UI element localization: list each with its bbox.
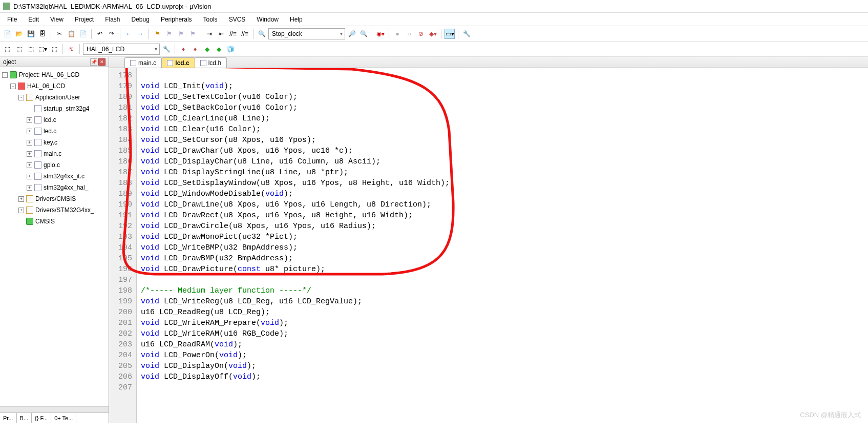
expand-icon[interactable]: + (27, 185, 32, 191)
bookmark-toggle-icon[interactable]: ⚑ (152, 29, 162, 39)
bottom-tab[interactable]: 0+ Te... (51, 413, 76, 423)
find-in-files-icon[interactable]: 🔎 (347, 29, 357, 39)
nav-forward-icon[interactable]: → (135, 29, 145, 39)
bottom-tab[interactable]: B... (17, 413, 32, 423)
standard-toolbar: 📄 📂 💾 🗄 ✂ 📋 📄 ↶ ↷ ← → ⚑ ⚑ ⚑ ⚑ ⇥ ⇤ //≡ //… (0, 26, 868, 42)
download-icon[interactable]: ↯ (66, 44, 76, 54)
menu-window[interactable]: Window (251, 14, 284, 25)
fold-icon (26, 207, 33, 214)
bookmark-prev-icon[interactable]: ⚑ (164, 29, 174, 39)
code-editor[interactable]: 178 179 180 181 182 183 184 185 186 187 … (109, 68, 868, 423)
uncomment-icon[interactable]: //≡ (240, 29, 250, 39)
debug-icon[interactable]: ◉▾ (375, 29, 386, 39)
find-icon[interactable]: 🔍 (257, 29, 267, 39)
tree-item[interactable]: +Drivers/STM32G4xx_ (2, 204, 109, 216)
nav-back-icon[interactable]: ← (123, 29, 134, 39)
menu-peripherals[interactable]: Peripherals (156, 14, 197, 25)
collapse-icon[interactable]: - (18, 95, 24, 100)
paste-icon[interactable]: 📄 (78, 29, 88, 39)
expand-icon[interactable]: + (27, 140, 32, 146)
menu-project[interactable]: Project (70, 14, 99, 25)
file-icon (200, 60, 206, 66)
menu-view[interactable]: View (45, 14, 69, 25)
menu-file[interactable]: File (2, 14, 22, 25)
translate-icon[interactable]: ⬚ (2, 44, 12, 54)
pane-close-icon[interactable]: ✕ (98, 58, 105, 66)
expand-icon[interactable]: + (27, 129, 32, 134)
expand-icon[interactable]: + (27, 162, 32, 168)
expand-icon[interactable]: + (27, 117, 32, 123)
pane-pin-icon[interactable]: 📌 (90, 58, 97, 66)
tree-item[interactable]: CMSIS (2, 216, 109, 227)
manage-rte-icon[interactable]: ◆ (202, 44, 212, 54)
bottom-tab[interactable]: {} F... (32, 413, 51, 423)
redo-icon[interactable]: ↷ (107, 29, 117, 39)
menu-debug[interactable]: Debug (126, 14, 155, 25)
find-combo[interactable]: Stop_clock (268, 28, 345, 39)
menu-tools[interactable]: Tools (198, 14, 223, 25)
rebuild-icon[interactable]: ⬚ (26, 44, 36, 54)
tree-item[interactable]: +Drivers/CMSIS (2, 193, 109, 204)
outdent-icon[interactable]: ⇤ (216, 29, 226, 39)
pack-installer-icon[interactable]: 🧊 (225, 44, 236, 54)
breakpoint-enable-icon[interactable]: ○ (404, 29, 414, 39)
tree-item[interactable]: +key.c (2, 137, 109, 148)
menu-flash[interactable]: Flash (100, 14, 125, 25)
tree-item[interactable]: -Project: HAL_06_LCD (2, 69, 109, 80)
indent-icon[interactable]: ⇥ (204, 29, 215, 39)
stop-build-icon[interactable]: ⬚ (49, 44, 59, 54)
incremental-find-icon[interactable]: 🔍 (358, 29, 369, 39)
tree-item[interactable]: startup_stm32g4 (2, 103, 109, 114)
tree-horizontal-scrollbar[interactable] (0, 406, 109, 413)
collapse-icon[interactable]: - (2, 72, 8, 78)
code-content[interactable]: void LCD_Init(void); void LCD_SetTextCol… (137, 68, 868, 423)
breakpoint-disable-icon[interactable]: ⊘ (416, 29, 426, 39)
batch-build-icon[interactable]: ⬚▾ (37, 44, 48, 54)
menu-edit[interactable]: Edit (23, 14, 44, 25)
tree-item[interactable]: +stm32g4xx_hal_ (2, 182, 109, 193)
target-combo[interactable]: HAL_06_LCD (83, 44, 160, 55)
copy-icon[interactable]: 📋 (66, 29, 76, 39)
bottom-tab[interactable]: Pr... (0, 413, 17, 423)
editor-tab[interactable]: lcd.h (195, 57, 227, 68)
bookmark-next-icon[interactable]: ⚑ (176, 29, 186, 39)
expand-icon[interactable]: + (18, 208, 24, 213)
menu-help[interactable]: Help (285, 14, 308, 25)
tree-item[interactable]: +lcd.c (2, 114, 109, 126)
expand-placeholder (27, 106, 32, 112)
breakpoint-insert-icon[interactable]: ● (392, 29, 403, 39)
comment-icon[interactable]: //≡ (228, 29, 238, 39)
select-packs-icon[interactable]: ◆ (214, 44, 224, 54)
build-icon[interactable]: ⬚ (14, 44, 24, 54)
target-combo-value: HAL_06_LCD (87, 46, 124, 53)
tree-item[interactable]: -HAL_06_LCD (2, 80, 109, 92)
window-layout-icon[interactable]: ▭▾ (444, 29, 455, 39)
configure-icon[interactable]: 🔧 (461, 29, 472, 39)
title-bar: D:\STM32lqb\HAL_LED\MDK-ARM\HAL_06_LCD.u… (0, 0, 868, 13)
tree-item[interactable]: +gpio.c (2, 159, 109, 171)
tree-item[interactable]: +stm32g4xx_it.c (2, 171, 109, 182)
save-icon[interactable]: 💾 (26, 29, 36, 39)
file-extensions-icon[interactable]: ♦ (190, 44, 200, 54)
expand-icon[interactable]: + (27, 151, 32, 157)
editor-tab[interactable]: lcd.c (161, 57, 195, 68)
tree-item-label: Application/User (35, 94, 80, 101)
new-file-icon[interactable]: 📄 (2, 29, 12, 39)
project-tree[interactable]: -Project: HAL_06_LCD-HAL_06_LCD-Applicat… (0, 67, 109, 406)
manage-project-icon[interactable]: ♦ (178, 44, 188, 54)
expand-icon[interactable]: + (18, 196, 24, 202)
editor-tab[interactable]: main.c (124, 57, 162, 68)
menu-svcs[interactable]: SVCS (224, 14, 251, 25)
cut-icon[interactable]: ✂ (54, 29, 65, 39)
bookmark-clear-icon[interactable]: ⚑ (187, 29, 198, 39)
tree-item[interactable]: +main.c (2, 148, 109, 159)
expand-icon[interactable]: + (27, 174, 32, 179)
breakpoint-kill-icon[interactable]: ◆▾ (428, 29, 438, 39)
collapse-icon[interactable]: - (10, 84, 16, 89)
save-all-icon[interactable]: 🗄 (37, 29, 48, 39)
undo-icon[interactable]: ↶ (95, 29, 105, 39)
tree-item[interactable]: -Application/User (2, 92, 109, 103)
tree-item[interactable]: +led.c (2, 126, 109, 137)
target-options-icon[interactable]: 🔧 (161, 44, 172, 54)
open-file-icon[interactable]: 📂 (14, 29, 24, 39)
